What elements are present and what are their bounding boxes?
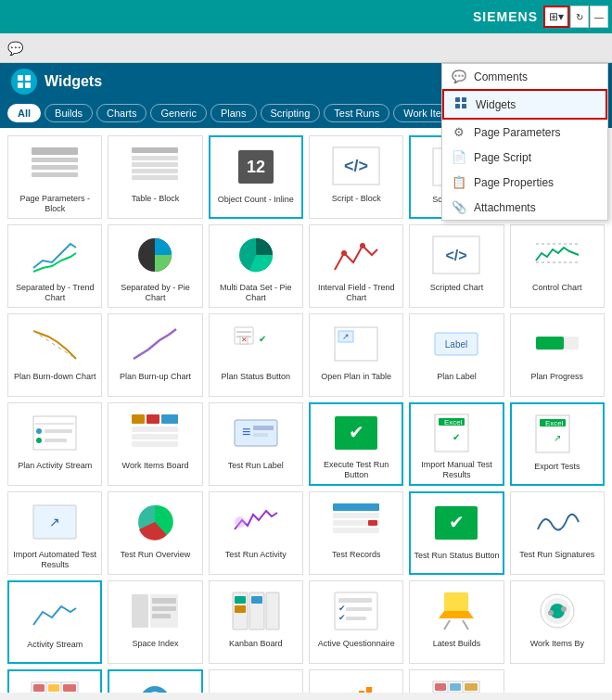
- widget-test-run-activity[interactable]: Test Run Activity: [209, 491, 303, 575]
- widget-test-run-signatures[interactable]: Test Run Signatures: [510, 491, 605, 575]
- svg-point-45: [36, 428, 42, 434]
- grid-view-button[interactable]: ⊞▾: [543, 6, 569, 28]
- widget-open-plan-table[interactable]: ↗ Open Plan in Table: [309, 313, 403, 397]
- widget-import-automated[interactable]: ↗ Import Automated Test Results: [7, 491, 102, 575]
- svg-rect-89: [251, 596, 262, 604]
- widget-icon-work-items-board: [127, 409, 183, 457]
- widget-test-records[interactable]: Test Records: [309, 491, 403, 575]
- dropdown-page-properties[interactable]: 📋 Page Properties: [442, 170, 607, 195]
- widget-cumulative-flow[interactable]: Cumulative Flow: [209, 669, 303, 693]
- widget-label: Test Run Label: [228, 461, 284, 471]
- refresh-button[interactable]: ↻: [570, 6, 589, 28]
- widget-work-items-board[interactable]: Work Items Board: [108, 402, 202, 486]
- widget-plan-activity-stream[interactable]: Plan Activity Stream: [7, 402, 102, 486]
- widget-page-parameters-block[interactable]: Page Parameters - Block: [7, 135, 102, 219]
- svg-rect-11: [132, 169, 178, 173]
- svg-rect-9: [132, 156, 178, 160]
- svg-rect-54: [132, 441, 178, 447]
- tab-all[interactable]: All: [7, 104, 41, 122]
- widget-icon-cumulative-flow: [228, 676, 284, 693]
- tab-generic[interactable]: Generic: [150, 104, 207, 122]
- widget-import-manual[interactable]: Excel ✔ Import Manual Test Results: [409, 402, 504, 486]
- widget-label: Import Automated Test Results: [10, 550, 99, 570]
- widget-multi-data-pie[interactable]: Multi Data Set - Pie Chart: [209, 224, 303, 308]
- widget-table-block[interactable]: Table - Block: [108, 135, 202, 219]
- widget-icon-plan-label: Label: [428, 320, 484, 368]
- svg-text:✔: ✔: [338, 613, 346, 622]
- svg-rect-3: [25, 83, 31, 88]
- svg-text:↗: ↗: [342, 332, 350, 341]
- widget-plan-status-button[interactable]: ✕ ✔ Plan Status Button: [209, 313, 303, 397]
- widget-icon-activity-stream: [27, 588, 83, 636]
- widget-test-run-status-button[interactable]: ✔ Test Run Status Button: [409, 491, 504, 575]
- widget-execute-test-run[interactable]: ✔ Execute Test Run Button: [309, 402, 403, 486]
- widget-interval-trend[interactable]: Interval Field - Trend Chart: [309, 224, 403, 308]
- comments-icon: 💬: [452, 70, 466, 83]
- svg-rect-12: [132, 175, 178, 180]
- widget-test-run-label[interactable]: ≡ Test Run Label: [209, 402, 303, 486]
- widget-icon-traceability-table-2: [428, 676, 484, 693]
- widget-icon-active-questionnaire: ✔✔: [328, 587, 384, 635]
- widget-space-index[interactable]: Space Index: [108, 580, 202, 664]
- widget-traceability-table-2[interactable]: Traceability Table: [409, 669, 504, 693]
- widget-icon-control-chart: [529, 231, 585, 279]
- svg-rect-50: [147, 414, 159, 424]
- widget-script-block[interactable]: </> Script - Block: [309, 135, 403, 219]
- svg-rect-77: [333, 528, 379, 533]
- svg-rect-90: [235, 605, 246, 613]
- widget-label: Test Run Overview: [121, 550, 191, 560]
- widget-plan-burndown[interactable]: Plan Burn-down Chart: [7, 313, 102, 397]
- widget-icon-script-block: </>: [328, 142, 384, 190]
- widget-label: Script - Block: [332, 194, 381, 204]
- svg-rect-133: [455, 97, 460, 102]
- widget-label: Test Records: [332, 550, 381, 560]
- widget-separated-trend[interactable]: Separated by - Trend Chart: [7, 224, 102, 308]
- widget-plan-progress[interactable]: Plan Progress: [510, 313, 605, 397]
- widget-kanban-board[interactable]: Kanban Board: [209, 580, 303, 664]
- widget-label: Object Count - Inline: [218, 195, 294, 205]
- dropdown-page-script[interactable]: 📄 Page Script: [442, 145, 607, 170]
- tab-plans[interactable]: Plans: [210, 104, 257, 122]
- widget-build-trends[interactable]: Build Trends: [309, 669, 403, 693]
- dropdown-item-label: Attachments: [474, 201, 536, 214]
- dropdown-item-label: Page Parameters: [474, 126, 560, 139]
- widget-export-tests[interactable]: Excel ↗ Export Tests: [510, 402, 605, 486]
- widget-control-chart[interactable]: Control Chart: [510, 224, 605, 308]
- svg-point-103: [548, 610, 554, 616]
- widget-activity-stream[interactable]: Activity Stream: [7, 580, 102, 664]
- widget-label: Page Parameters - Block: [10, 194, 99, 214]
- widget-latest-builds[interactable]: Latest Builds: [409, 580, 504, 664]
- widget-scripted-chart[interactable]: </> Scripted Chart: [409, 224, 504, 308]
- tab-scripting[interactable]: Scripting: [261, 104, 321, 122]
- widget-work-items-by[interactable]: Work Items By: [510, 580, 605, 664]
- dropdown-item-label: Page Properties: [474, 176, 554, 189]
- widget-traceability-table[interactable]: Traceability Table: [7, 669, 102, 693]
- widget-label: Separated by - Pie Chart: [110, 283, 199, 303]
- svg-rect-134: [462, 97, 466, 102]
- more-button[interactable]: —: [590, 6, 608, 28]
- tab-builds[interactable]: Builds: [45, 104, 93, 122]
- widget-active-questionnaire[interactable]: ✔✔ Active Questionnaire: [309, 580, 403, 664]
- widget-object-count-inline[interactable]: 12 Object Count - Inline: [209, 135, 303, 219]
- svg-rect-1: [25, 75, 31, 81]
- dropdown-widgets[interactable]: Widgets: [442, 89, 607, 120]
- svg-rect-110: [48, 684, 59, 692]
- widget-enumeration[interactable]: Enumeration: [108, 669, 202, 693]
- svg-text:Label: Label: [445, 339, 467, 350]
- svg-rect-5: [32, 158, 78, 162]
- tab-charts[interactable]: Charts: [96, 104, 147, 122]
- dropdown-item-label: Page Script: [474, 151, 531, 164]
- widget-separated-pie[interactable]: Separated by - Pie Chart: [108, 224, 202, 308]
- svg-text:↗: ↗: [554, 433, 561, 443]
- svg-text:✔: ✔: [349, 422, 364, 442]
- widget-icon-enumeration: [127, 677, 183, 693]
- svg-rect-87: [266, 592, 279, 630]
- widget-test-run-overview[interactable]: Test Run Overview: [108, 491, 202, 575]
- dropdown-page-parameters[interactable]: ⚙ Page Parameters: [442, 120, 607, 145]
- widget-plan-burnup[interactable]: Plan Burn-up Chart: [108, 313, 202, 397]
- dropdown-comments[interactable]: 💬 Comments: [442, 64, 607, 89]
- dropdown-attachments[interactable]: 📎 Attachments: [442, 195, 607, 220]
- widget-plan-label[interactable]: Label Plan Label: [409, 313, 504, 397]
- attachments-icon: 📎: [452, 200, 466, 214]
- tab-test-runs[interactable]: Test Runs: [324, 104, 389, 122]
